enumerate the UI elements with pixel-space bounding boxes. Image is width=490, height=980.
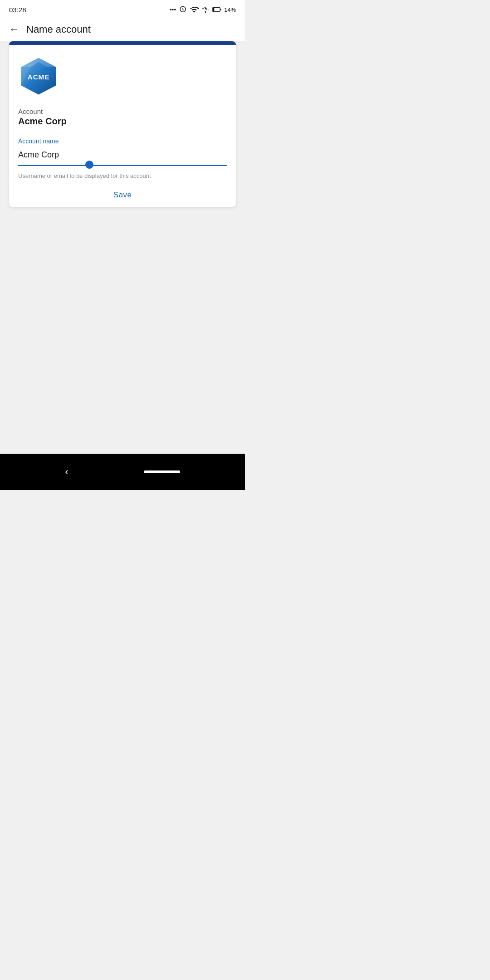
input-hint-text: Username or email to be displayed for th… bbox=[18, 172, 227, 179]
svg-text:ACME: ACME bbox=[28, 73, 50, 81]
account-name-value: Acme Corp bbox=[18, 116, 227, 127]
svg-rect-1 bbox=[213, 8, 214, 11]
wifi-icon bbox=[190, 5, 199, 14]
save-button-wrapper: Save bbox=[9, 183, 236, 207]
nav-back-button[interactable]: ‹ bbox=[65, 466, 68, 478]
signal-icon bbox=[201, 5, 210, 14]
main-content: ACME Account Acme Corp Account name User… bbox=[0, 41, 245, 454]
top-bar: ← Name account bbox=[0, 18, 245, 41]
page-title: Name account bbox=[26, 24, 91, 35]
card-body: ACME Account Acme Corp Account name User… bbox=[9, 45, 236, 179]
status-bar: 03:28 ••• 14% bbox=[0, 0, 245, 18]
cursor-dot bbox=[85, 161, 93, 169]
account-label-text: Account bbox=[18, 108, 227, 115]
input-wrapper bbox=[18, 148, 227, 166]
dots-icon: ••• bbox=[170, 6, 176, 13]
status-time: 03:28 bbox=[9, 6, 26, 14]
account-card: ACME Account Acme Corp Account name User… bbox=[9, 41, 236, 207]
alarm-icon bbox=[179, 5, 187, 14]
battery-text: 14% bbox=[224, 6, 236, 13]
back-button[interactable]: ← bbox=[9, 24, 19, 34]
bottom-nav-bar: ‹ bbox=[0, 454, 245, 490]
acme-logo: ACME bbox=[18, 56, 59, 97]
svg-rect-2 bbox=[220, 9, 221, 10]
account-name-input[interactable] bbox=[18, 148, 227, 166]
input-field-label: Account name bbox=[18, 137, 227, 145]
save-button[interactable]: Save bbox=[113, 191, 132, 200]
nav-home-pill[interactable] bbox=[144, 470, 180, 473]
status-icons: ••• 14% bbox=[170, 5, 236, 14]
battery-icon bbox=[212, 6, 221, 13]
card-accent-bar bbox=[9, 41, 236, 45]
